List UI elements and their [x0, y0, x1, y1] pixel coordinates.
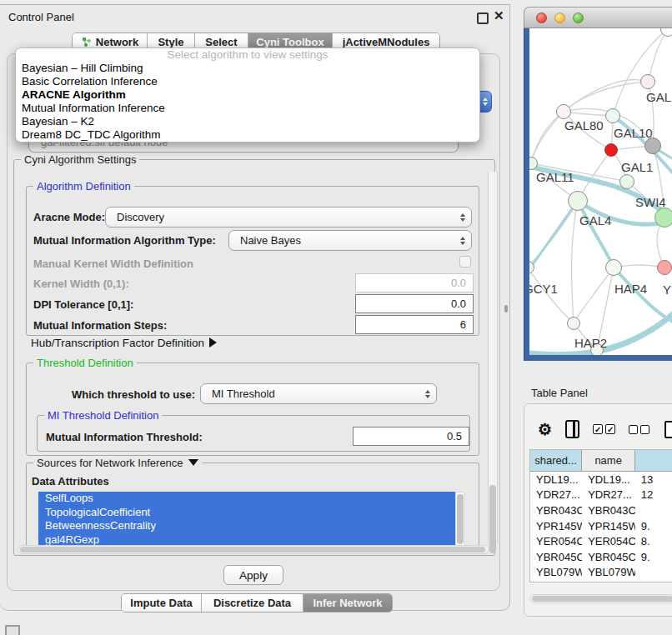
panel-splitter-handle[interactable] — [504, 305, 508, 312]
sources-group: Sources for Network Inference Data Attri… — [26, 462, 479, 551]
table-row[interactable]: YER054C YER054C 8. — [530, 533, 672, 549]
attribute-item[interactable]: BetweennessCentrality — [38, 519, 455, 533]
settings-horizontal-scrollbar[interactable] — [18, 545, 489, 554]
zoom-window-icon[interactable] — [573, 12, 584, 23]
graph-node[interactable] — [568, 191, 588, 211]
node-label: GAL1 — [621, 160, 653, 174]
attribute-item[interactable]: TopologicalCoefficient — [38, 506, 455, 520]
minimize-window-icon[interactable] — [554, 12, 565, 23]
table-row[interactable]: YDR27... YDR27... 12 — [530, 488, 672, 503]
column-header[interactable] — [635, 450, 672, 471]
sources-group-title[interactable]: Sources for Network Inference — [33, 457, 202, 469]
close-panel-icon[interactable]: ✕ — [494, 8, 504, 23]
node-label: SWI4 — [635, 195, 666, 209]
deselect-all-icon[interactable] — [629, 425, 649, 434]
mi-threshold-input[interactable]: 0.5 — [353, 427, 469, 446]
data-attributes-label: Data Attributes — [32, 475, 109, 488]
dropdown-item[interactable]: Dream8 DC_TDC Algorithm — [16, 128, 479, 142]
mi-threshold-group: MI Threshold Definition Mutual Informati… — [37, 415, 470, 452]
mi-steps-label: Mutual Information Steps: — [33, 319, 167, 332]
restore-panel-icon[interactable] — [5, 625, 20, 635]
graph-node[interactable] — [567, 317, 580, 330]
dropdown-item-selected[interactable]: ARACNE Algorithm — [16, 88, 479, 102]
column-header[interactable]: shared... — [530, 450, 582, 471]
kernel-width-input[interactable]: 0.0 — [355, 273, 474, 292]
network-canvas[interactable]: GAL80 GAL10 GAL1 GAL11 SWI4 GAL4 GCY1 HA… — [529, 28, 672, 355]
node-table: shared... name YDL19... YDL19... 13 YDR2… — [529, 449, 672, 582]
threshold-definition-title: Threshold Definition — [33, 357, 137, 369]
algorithm-combobox-stepper-icon[interactable] — [479, 91, 492, 112]
columns-icon[interactable] — [565, 420, 579, 438]
stepper-icon — [425, 384, 430, 403]
select-all-icon[interactable]: ✓ ✓ — [593, 424, 615, 434]
node-label: GAL4 — [579, 213, 611, 228]
node-label: GAL11 — [536, 170, 574, 184]
threshold-definition-group: Threshold Definition Which threshold to … — [26, 362, 479, 456]
graph-node[interactable] — [605, 108, 620, 123]
dropdown-placeholder: Select algorithm to view settings — [16, 48, 479, 62]
node-label: HAP2 — [574, 336, 607, 350]
manual-kernel-checkbox[interactable] — [459, 256, 471, 268]
algorithm-definition-title: Algorithm Definition — [33, 180, 134, 192]
graph-node[interactable] — [657, 260, 672, 275]
algorithm-definition-group: Algorithm Definition Aracne Mode: Discov… — [26, 186, 479, 336]
data-attributes-list: SelfLoops TopologicalCoefficient Between… — [38, 492, 465, 547]
graph-node[interactable] — [654, 208, 672, 228]
attribute-item[interactable]: SelfLoops — [38, 492, 455, 506]
node-label: GAL80 — [564, 118, 604, 132]
network-window-titlebar[interactable] — [524, 7, 672, 28]
table-row[interactable]: YDL19... YDL19... 13 — [530, 472, 672, 488]
apply-button[interactable]: Apply — [223, 565, 283, 585]
table-horizontal-scrollbar[interactable] — [529, 594, 672, 603]
collapse-right-icon — [209, 338, 217, 348]
settings-vertical-scrollbar[interactable] — [488, 172, 498, 543]
attributes-scrollbar[interactable] — [455, 492, 465, 547]
control-panel-window: Control Panel ✕ Network Style Select Cyn… — [0, 4, 510, 611]
dpi-tolerance-label: DPI Tolerance [0,1]: — [33, 298, 133, 311]
gear-icon[interactable]: ⚙ — [538, 422, 552, 438]
which-threshold-label: Which threshold to use: — [72, 388, 195, 401]
table-row[interactable]: YBR045C YBR045C 9. — [530, 549, 672, 565]
app-root: { "control_panel": { "title": "Control P… — [0, 0, 672, 635]
control-panel-title: Control Panel — [8, 11, 74, 23]
graph-node[interactable] — [605, 259, 622, 276]
export-table-icon[interactable] — [664, 421, 672, 438]
tab-impute-data[interactable]: Impute Data — [122, 594, 202, 612]
node-label: Y — [663, 282, 671, 297]
stepper-icon — [460, 231, 465, 250]
data-attributes-items: SelfLoops TopologicalCoefficient Between… — [38, 492, 455, 547]
which-threshold-select[interactable]: MI Threshold — [200, 383, 437, 404]
table-row[interactable]: YBL079W YBL079W — [530, 565, 672, 581]
tab-infer-network[interactable]: Infer Network — [303, 594, 392, 612]
dpi-tolerance-input[interactable]: 0.0 — [355, 294, 474, 313]
tab-discretize-data[interactable]: Discretize Data — [202, 594, 303, 612]
column-header[interactable]: name — [582, 450, 635, 471]
dropdown-item[interactable]: Mutual Information Inference — [16, 102, 479, 115]
graph-node[interactable] — [556, 104, 571, 119]
kernel-width-label: Kernel Width (0,1): — [33, 278, 129, 290]
cyni-algorithm-settings-group: Cyni Algorithm Settings Algorithm Defini… — [13, 159, 495, 556]
mi-type-select[interactable]: Naive Bayes — [228, 230, 472, 251]
table-toolbar: ⚙ ✓ ✓ — [524, 416, 672, 442]
aracne-mode-select[interactable]: Discovery — [105, 207, 472, 228]
dropdown-item[interactable]: Bayesian – Hill Climbing — [16, 62, 479, 75]
table-row[interactable]: YPR145W YPR145W 9. — [530, 518, 672, 534]
table-row[interactable]: YLR345W YLR345W 9. — [530, 580, 672, 582]
manual-kernel-label: Manual Kernel Width Definition — [33, 258, 193, 270]
collapse-down-icon — [188, 459, 198, 466]
close-window-icon[interactable] — [536, 12, 547, 23]
settings-group-title: Cyni Algorithm Settings — [21, 153, 139, 166]
mi-steps-input[interactable]: 6 — [355, 315, 474, 334]
node-label: HAP4 — [614, 282, 647, 296]
graph-node-selected[interactable] — [604, 143, 618, 157]
graph-node[interactable] — [619, 174, 634, 189]
table-row[interactable]: YBR043C YBR043C — [530, 502, 672, 518]
dropdown-item[interactable]: Basic Correlation Inference — [16, 75, 479, 88]
hub-definition-toggle[interactable]: Hub/Transcription Factor Definition — [31, 337, 217, 349]
dropdown-item[interactable]: Bayesian – K2 — [16, 115, 479, 128]
graph-node[interactable] — [644, 138, 661, 154]
network-view-window: GAL80 GAL10 GAL1 GAL11 SWI4 GAL4 GCY1 HA… — [524, 7, 672, 361]
graph-node[interactable] — [640, 74, 655, 89]
algorithm-dropdown-list: Select algorithm to view settings Bayesi… — [15, 48, 480, 142]
float-panel-icon[interactable] — [477, 12, 489, 24]
